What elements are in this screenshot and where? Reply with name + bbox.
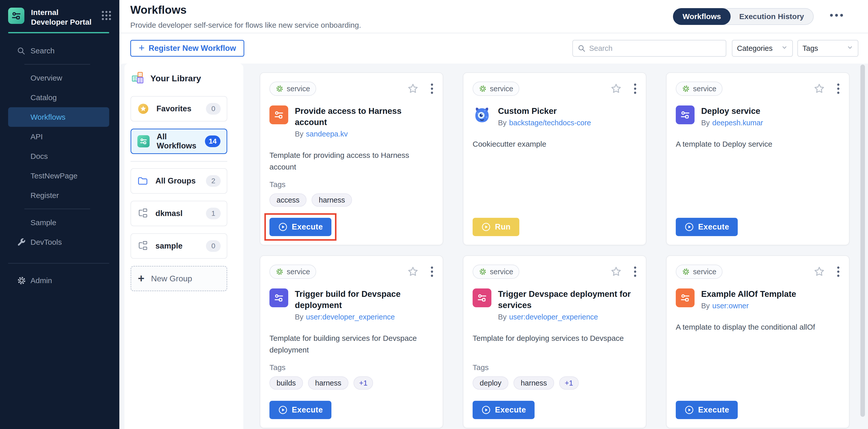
folder-icon <box>137 175 148 187</box>
kebab-menu-icon[interactable] <box>430 83 433 95</box>
view-toggle-workflows[interactable]: Workflows <box>673 8 731 25</box>
sidebar-item-admin[interactable]: Admin <box>8 271 109 290</box>
action-label: Execute <box>292 222 323 231</box>
author-link[interactable]: user:owner <box>712 302 749 310</box>
card-head-text: Provide access to Harness accountBysande… <box>295 106 433 138</box>
tag-pill[interactable]: builds <box>270 376 303 390</box>
workflow-card: serviceCustom PickerBybackstage/techdocs… <box>463 73 646 245</box>
sidebar-item-label: Docs <box>30 152 48 161</box>
sidebar-item-devtools[interactable]: DevTools <box>8 232 109 252</box>
favorite-star-icon[interactable] <box>813 83 825 94</box>
kebab-menu-icon[interactable] <box>633 83 637 95</box>
tags-row: deployharness+1 <box>473 376 637 390</box>
favorite-star-icon[interactable] <box>813 266 825 278</box>
tag-pill[interactable]: harness <box>312 193 352 207</box>
library-item-all-groups[interactable]: All Groups2 <box>130 168 227 194</box>
favorite-star-icon[interactable] <box>407 266 419 278</box>
kebab-menu-icon[interactable] <box>837 83 840 95</box>
sidebar-item-docs[interactable]: Docs <box>8 146 109 166</box>
sidebar-item-api[interactable]: API <box>8 127 109 146</box>
card-author-row: Byuser:developer_experience <box>498 313 637 321</box>
tag-pill[interactable]: access <box>270 193 307 207</box>
library-item-dkmasl[interactable]: dkmasl1 <box>130 201 227 226</box>
card-top-row: service <box>473 264 637 279</box>
new-group-label: New Group <box>151 274 192 283</box>
sidebar-item-search[interactable]: Search <box>8 41 109 60</box>
card-top-row: service <box>676 82 840 96</box>
author-link[interactable]: deepesh.kumar <box>712 119 763 127</box>
library-item-favorites[interactable]: Favorites0 <box>130 96 227 121</box>
library-item-label: All Groups <box>155 176 195 185</box>
card-head: Custom PickerBybackstage/techdocs-core <box>473 106 637 127</box>
service-gear-icon <box>479 85 487 93</box>
library-item-all-workflows[interactable]: All Workflows14 <box>130 128 227 154</box>
category-label: service <box>490 85 513 93</box>
favorite-star-icon[interactable] <box>407 83 419 94</box>
workflow-teal-icon <box>137 135 150 147</box>
execute-button[interactable]: Execute <box>270 218 332 236</box>
card-spacer <box>676 150 840 207</box>
view-toggle-execution-history[interactable]: Execution History <box>730 8 814 25</box>
execute-button[interactable]: Execute <box>473 401 534 419</box>
execute-button[interactable]: Execute <box>270 401 332 419</box>
tag-pill[interactable]: harness <box>308 376 348 390</box>
categories-filter[interactable]: Categories <box>732 40 793 57</box>
kebab-menu-icon[interactable] <box>837 265 840 278</box>
tag-pill[interactable]: harness <box>514 376 554 390</box>
category-label: service <box>693 267 716 276</box>
author-link[interactable]: user:developer_experience <box>509 313 598 321</box>
card-spacer <box>270 356 433 363</box>
new-group-button[interactable]: +New Group <box>130 266 227 291</box>
monster-icon <box>473 106 491 124</box>
apps-grid-icon[interactable] <box>101 10 112 22</box>
favorite-star-icon[interactable] <box>610 83 622 94</box>
card-top-row: service <box>270 82 433 96</box>
tag-pill[interactable]: deploy <box>473 376 508 390</box>
card-top-row: service <box>270 264 433 279</box>
kebab-menu-icon[interactable] <box>430 265 433 278</box>
sidebar-item-overview[interactable]: Overview <box>8 68 109 88</box>
portal-logo-icon[interactable] <box>8 8 24 24</box>
action-label: Execute <box>698 405 729 414</box>
kebab-menu-icon[interactable] <box>633 265 637 278</box>
category-label: service <box>490 267 513 276</box>
workflow-card: serviceTrigger Devspace deployment for s… <box>463 255 646 428</box>
workflow-icon <box>270 288 288 307</box>
tags-filter[interactable]: Tags <box>797 40 858 57</box>
action-label: Run <box>495 222 511 231</box>
favorite-star-icon[interactable] <box>610 266 622 278</box>
extra-tags-pill[interactable]: +1 <box>353 376 373 390</box>
execute-button[interactable]: Execute <box>676 401 738 419</box>
sidebar-item-testnewpage[interactable]: TestNewPage <box>8 166 109 185</box>
sidebar-item-register[interactable]: Register <box>8 185 109 205</box>
sidebar-nav: SearchOverviewCatalogWorkflowsAPIDocsTes… <box>0 41 119 290</box>
sidebar-item-sample[interactable]: Sample <box>8 213 109 232</box>
sidebar-item-workflows[interactable]: Workflows <box>8 107 109 127</box>
more-options-icon[interactable] <box>829 13 844 18</box>
run-button[interactable]: Run <box>473 218 519 236</box>
extra-tags-pill[interactable]: +1 <box>559 376 579 390</box>
play-circle-icon <box>481 405 491 415</box>
star-coin-icon <box>137 103 149 115</box>
card-description: Template for building services for Devsp… <box>270 333 433 356</box>
workflow-card: serviceTrigger build for Devspace deploy… <box>260 255 443 428</box>
service-gear-icon <box>682 267 690 276</box>
register-new-workflow-button[interactable]: + Register New Workflow <box>130 40 244 57</box>
sidebar-item-catalog[interactable]: Catalog <box>8 88 109 107</box>
card-top-row: service <box>473 82 637 96</box>
search-input[interactable] <box>589 44 721 53</box>
card-spacer <box>270 173 433 180</box>
card-head-text: Example AllOf TemplateByuser:owner <box>701 288 796 310</box>
card-head-text: Custom PickerBybackstage/techdocs-core <box>498 106 591 127</box>
author-link[interactable]: sandeepa.kv <box>306 130 348 138</box>
plus-icon: + <box>138 273 145 284</box>
card-head-text: Trigger Devspace deployment for services… <box>498 288 637 321</box>
workflow-cards-grid: serviceProvide access to Harness account… <box>260 73 849 428</box>
workflow-card: serviceDeploy serviceBydeepesh.kumarA te… <box>666 73 849 245</box>
execute-button[interactable]: Execute <box>676 218 738 236</box>
library-item-sample[interactable]: sample0 <box>130 233 227 259</box>
author-link[interactable]: user:developer_experience <box>306 313 395 321</box>
scrollbar-thumb[interactable] <box>860 64 865 417</box>
author-link[interactable]: backstage/techdocs-core <box>509 119 591 127</box>
sidebar-divider <box>8 263 109 263</box>
